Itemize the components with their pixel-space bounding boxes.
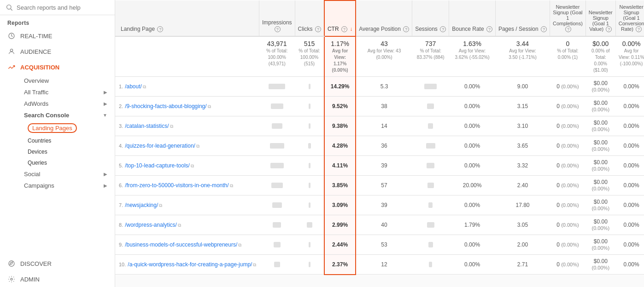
ctr-help-icon[interactable]: ? [341,26,347,32]
col-newsletter-completions: Newsletter Signup (Goal 1 Completions) ? [550,0,586,36]
bounce-rate-help-icon[interactable]: ? [486,26,492,32]
page-link[interactable]: /business-models-of-successful-webpreneu… [125,241,237,248]
table-row: 7./newsjacking/⧉3.09%390.00%17.800 (0.00… [115,195,644,215]
page-link[interactable]: /wordpress-analytics/ [125,222,177,228]
main-content: Landing Page ? Impressions ? Clicks ? CT… [115,0,644,287]
row-sessions [412,77,449,97]
table-row: 10./a-quick-wordpress-hack-for-creating-… [115,255,644,275]
row-bounce-rate: 0.00% [449,156,496,176]
sidebar-item-all-traffic[interactable]: All Traffic ▶ [0,86,115,98]
newsletter-completions-pct: (0.00%) [561,242,579,247]
admin-label: ADMIN [20,276,40,283]
row-landing-page: 6./from-zero-to-50000-visitors-in-one-mo… [115,176,259,195]
external-link-icon[interactable]: ⧉ [170,124,173,129]
row-newsletter-value: $0.00 (0.00%) [585,77,615,97]
sidebar-item-search-console[interactable]: Search Console ▼ [0,109,115,121]
page-link[interactable]: /9-shocking-facts-about-blogging/ [125,103,206,109]
pages-session-help-icon[interactable]: ? [541,26,547,32]
sidebar-item-devices[interactable]: Devices [0,146,115,157]
external-link-icon[interactable]: ⧉ [208,104,211,109]
impressions-blurred [272,123,282,129]
sidebar-item-discover[interactable]: DISCOVER [0,256,115,271]
totals-clicks: 515 % of Total: 100.00% (515) [295,36,324,77]
page-link[interactable]: /catalan-statistics/ [125,123,169,129]
adwords-label: AdWords [24,100,48,107]
sidebar: Reports REAL-TIME AUDIENCE ACQUISITION O… [0,0,115,287]
ctr-sort-icon[interactable]: ↓ [350,26,352,32]
row-clicks [295,77,324,97]
sidebar-item-adwords[interactable]: AdWords ▶ [0,98,115,109]
sidebar-item-audience[interactable]: AUDIENCE [0,44,115,59]
newsletter-value-pct: (0.00%) [592,206,610,211]
totals-ctr-sub1: Avg for View: [332,48,348,60]
external-link-icon[interactable]: ⧉ [191,163,194,168]
row-bounce-rate: 0.00% [449,195,496,215]
external-link-icon[interactable]: ⧉ [196,144,199,149]
impressions-blurred [271,103,283,109]
page-link[interactable]: /top-10-lead-capture-tools/ [125,162,190,169]
external-link-icon[interactable]: ⧉ [159,203,162,208]
impressions-bar-cell [262,143,292,149]
landing-page-help-icon[interactable]: ? [157,26,163,32]
impressions-bar-cell [262,84,292,89]
totals-newsletter-completions-val: 0 [553,40,583,47]
impressions-bar-cell [262,222,292,228]
sidebar-item-landing-pages[interactable]: Landing Pages [0,121,115,135]
page-link[interactable]: /about/ [125,83,142,90]
social-label: Social [24,171,40,178]
clicks-help-icon[interactable]: ? [315,26,321,32]
avg-position-help-icon[interactable]: ? [403,26,409,32]
row-number: 6. [119,183,123,188]
newsletter-value-help-icon[interactable]: ? [606,26,612,32]
newsletter-completions-help-icon[interactable]: ? [565,26,571,32]
page-link[interactable]: /from-zero-to-50000-visitors-in-one-mont… [125,182,228,189]
sidebar-item-countries[interactable]: Countries [0,135,115,146]
queries-label: Queries [28,160,47,166]
impressions-help-icon[interactable]: ? [275,26,281,32]
sidebar-item-acquisition[interactable]: ACQUISITION [0,59,115,75]
newsletter-completions-val: 0 [556,123,560,129]
newsletter-value-pct: (0.00%) [592,87,610,92]
search-input[interactable] [17,4,109,11]
row-impressions [259,97,295,116]
sidebar-item-admin[interactable]: ADMIN [0,271,115,287]
row-avg-position: 40 [356,215,412,235]
sessions-bar-cell [415,262,446,267]
page-link[interactable]: /quizzes-for-lead-generation/ [125,143,195,149]
newsletter-rate-help-icon[interactable]: ? [636,26,642,32]
row-avg-position: 14 [356,116,412,136]
sidebar-item-campaigns[interactable]: Campaigns ▶ [0,180,115,191]
page-link[interactable]: /a-quick-wordpress-hack-for-creating-a-p… [128,261,252,268]
search-bar [0,0,115,15]
row-ctr: 4.28% [324,136,356,156]
sessions-blurred [429,262,433,267]
totals-newsletter-rate-sub: Avg for View: 0.11% (-100.00%) [619,48,644,66]
row-number: 8. [119,222,123,228]
external-link-icon[interactable]: ⧉ [253,262,256,267]
table-row: 2./9-shocking-facts-about-blogging/⧉9.52… [115,97,644,116]
external-link-icon[interactable]: ⧉ [143,84,146,89]
row-impressions [259,235,295,255]
row-newsletter-completions: 0 (0.00%) [550,116,586,136]
newsletter-value-val: $0.00 [594,100,608,106]
row-pages-session: 3.65 [495,136,550,156]
external-link-icon[interactable]: ⧉ [238,242,241,247]
newsletter-completions-pct: (0.00%) [561,163,579,168]
sidebar-item-overview[interactable]: Overview [0,75,115,86]
sessions-bar-cell [415,84,446,89]
sessions-help-icon[interactable]: ? [440,26,446,32]
row-landing-page: 5./top-10-lead-capture-tools/⧉ [115,156,259,176]
sidebar-item-queries[interactable]: Queries [0,157,115,168]
row-clicks [295,97,324,116]
external-link-icon[interactable]: ⧉ [178,223,181,228]
table-row: 4./quizzes-for-lead-generation/⧉4.28%360… [115,136,644,156]
newsletter-value-val: $0.00 [594,218,608,225]
sidebar-item-realtime[interactable]: REAL-TIME [0,28,115,44]
page-link[interactable]: /newsjacking/ [125,202,158,208]
newsletter-value-pct: (0.00%) [592,245,610,251]
external-link-icon[interactable]: ⧉ [230,183,233,188]
newsletter-completions-val: 0 [556,241,560,248]
newsletter-completions-pct: (0.00%) [561,143,579,149]
sidebar-item-social[interactable]: Social ▶ [0,168,115,180]
row-avg-position: 38 [356,97,412,116]
